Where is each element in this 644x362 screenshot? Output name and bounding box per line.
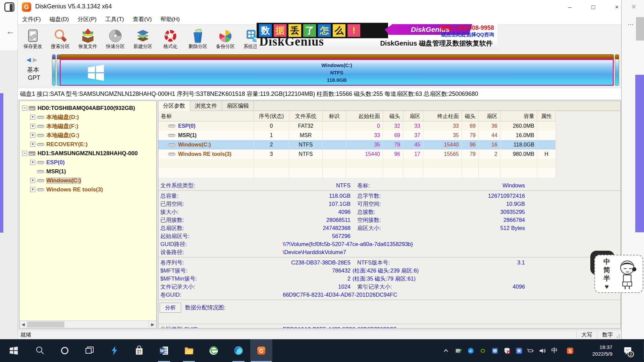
ime-status-widget[interactable]: 中简半♥ — [594, 255, 643, 293]
tree-item-6[interactable]: +ESP(0) — [19, 158, 156, 167]
table-row-1[interactable]: MSR(1)1MSR33693735794416.0MB — [158, 131, 556, 140]
prev-disk-icon[interactable]: ◀ — [26, 57, 31, 63]
tree-expander-icon[interactable]: + — [30, 178, 35, 183]
tray-volume-icon[interactable] — [537, 339, 548, 362]
taskbar-task-view-icon[interactable] — [78, 339, 101, 362]
taskbar-ie-icon[interactable] — [203, 339, 225, 362]
cell: 15440 — [346, 149, 383, 159]
scroll-right-icon[interactable]: ▶ — [149, 321, 156, 328]
scroll-left-icon[interactable]: ◀ — [19, 321, 27, 328]
column-header-0[interactable]: 卷标 — [158, 111, 254, 121]
tray-bird-icon[interactable] — [465, 339, 476, 362]
column-header-6[interactable]: 扇区 — [403, 111, 423, 121]
table-row-2[interactable]: Windows(C:)2NTFS357945154409616118.0GB — [158, 140, 556, 149]
taskbar-edge-icon[interactable] — [227, 339, 250, 362]
partition-block-re-tools[interactable] — [615, 54, 619, 86]
table-row-0[interactable]: ESP(0)0FAT3203233336936260.0MB — [158, 121, 556, 131]
minimize-button[interactable]: – — [562, 0, 578, 14]
resize-grip[interactable] — [616, 334, 620, 338]
column-header-5[interactable]: 磁头 — [383, 111, 403, 121]
tree-item-3[interactable]: +本地磁盘(G:) — [19, 131, 156, 140]
tree-expander-icon[interactable]: + — [30, 124, 35, 129]
toolbar-button-search-partition[interactable]: 搜索分区 — [47, 24, 74, 53]
column-header-7[interactable]: 终止柱面 — [423, 111, 462, 121]
banner-qq-link[interactable]: 或点击此处选择QQ咨询 — [441, 32, 494, 38]
taskbar-store-icon[interactable] — [128, 339, 150, 362]
table-row-3[interactable]: Windows RE tools(3)3NTFS1544096171556579… — [158, 149, 556, 159]
tray-sogou-icon[interactable]: S — [564, 339, 576, 362]
tab-1[interactable]: 浏览文件 — [190, 101, 222, 111]
toolbar-button-recover-files[interactable]: 恢复文件 — [74, 24, 102, 53]
menu-item-0[interactable]: 文件(F) — [18, 15, 45, 23]
column-header-11[interactable]: 属性 — [537, 111, 556, 121]
column-header-10[interactable]: 容量 — [500, 111, 537, 121]
tree-item-1[interactable]: +本地磁盘(D:) — [19, 113, 156, 122]
tray-app-check-icon[interactable] — [453, 339, 464, 362]
tree-item-8[interactable]: +Windows(C:) — [19, 176, 156, 185]
tree-horizontal-scrollbar[interactable]: ◀ ▶ — [19, 320, 156, 328]
tree-item-5[interactable]: −HD1:SAMSUNGMZNLN128HAHQ-000 — [19, 149, 156, 158]
menu-item-3[interactable]: 工具(T) — [101, 15, 128, 23]
tree-expander-icon[interactable]: + — [30, 160, 35, 165]
taskbar-diskgenius-icon[interactable]: G — [250, 339, 272, 362]
toolbar-button-save-changes[interactable]: 保存更改 — [19, 24, 47, 53]
column-header-2[interactable]: 文件系统 — [289, 111, 323, 121]
tray-security-icon[interactable] — [501, 339, 513, 362]
cell: 15440 — [423, 140, 462, 149]
tree-item-9[interactable]: +Windows RE tools(3) — [19, 185, 156, 194]
column-header-8[interactable]: 磁头 — [462, 111, 479, 121]
toolbar-button-new-partition[interactable]: 新建分区 — [129, 24, 157, 53]
tree-expander-icon[interactable]: + — [30, 133, 35, 138]
analyze-button[interactable]: 分析 — [160, 303, 181, 313]
column-header-1[interactable]: 序号(状态) — [254, 111, 289, 121]
back-arrow-icon[interactable]: ← — [6, 26, 15, 37]
tree-expander-icon[interactable]: + — [30, 142, 35, 147]
toolbar-button-backup-partition[interactable]: 备份分区 — [212, 24, 239, 53]
menu-item-4[interactable]: 查看(V) — [128, 15, 156, 23]
maximize-button[interactable]: □ — [585, 0, 601, 14]
tree-expander-icon[interactable]: + — [30, 187, 35, 192]
partition-block-windows-c[interactable]: Windows(C:) NTFS 118.0GB — [60, 54, 614, 86]
tree-item-4[interactable]: +RECOVERY(E:) — [19, 140, 156, 149]
notification-center-button[interactable]: 2 — [620, 339, 635, 362]
tray-nvidia-icon[interactable] — [477, 339, 488, 362]
tree-item-0[interactable]: −HD0:TOSHIBAMQ04ABF100(932GB) — [19, 104, 156, 113]
column-header-9[interactable]: 扇区 — [479, 111, 500, 121]
tree-expander-icon[interactable]: − — [22, 151, 27, 156]
toolbar-button-delete-partition[interactable]: 删除分区 — [184, 24, 212, 53]
close-button[interactable]: × — [609, 0, 625, 14]
menu-item-1[interactable]: 磁盘(D) — [45, 15, 73, 23]
column-header-4[interactable]: 起始柱面 — [346, 111, 383, 121]
tree-expander-icon[interactable]: + — [30, 115, 35, 120]
next-disk-icon[interactable]: ▶ — [33, 57, 37, 63]
tray-chevron-icon[interactable] — [440, 339, 451, 362]
taskbar-word-icon[interactable]: W — [153, 339, 175, 362]
tray-ime-icon[interactable]: 中 — [549, 339, 560, 362]
background-more-icon: ⋯ — [628, 21, 634, 28]
taskbar-flash-icon[interactable] — [103, 339, 125, 362]
tray-snowflake-icon[interactable] — [513, 339, 525, 362]
scrollbar-thumb[interactable] — [28, 321, 64, 327]
taskbar-cortana-icon[interactable] — [54, 339, 76, 362]
tree-item-2[interactable]: +本地磁盘(F:) — [19, 122, 156, 131]
partition-block-esp[interactable] — [52, 54, 56, 86]
tray-intel-icon[interactable] — [489, 339, 500, 362]
column-header-3[interactable]: 标识 — [323, 111, 346, 121]
toolbar-button-format[interactable]: 格式化 — [157, 24, 184, 53]
taskbar-taskbar-search-icon[interactable] — [29, 339, 51, 362]
cell — [323, 149, 346, 159]
taskbar-clock[interactable]: 18:37 2022/5/9 — [583, 339, 612, 362]
menu-item-5[interactable]: 帮助(H) — [156, 15, 184, 23]
tree-item-7[interactable]: MSR(1) — [19, 167, 156, 176]
taskbar-explorer-icon[interactable] — [178, 339, 200, 362]
banner-ad[interactable]: 数据丢了怎么! DiskGenius DiskGenius 致电: 400-00… — [257, 23, 497, 50]
tab-2[interactable]: 扇区编辑 — [222, 101, 254, 111]
tray-power-icon[interactable] — [525, 339, 536, 362]
cell: 69 — [383, 131, 403, 140]
disk-nav-arrows[interactable]: ◀▶ — [26, 56, 37, 63]
menu-item-2[interactable]: 分区(P) — [73, 15, 101, 23]
toolbar-button-quick-partition[interactable]: 快速分区 — [102, 24, 129, 53]
tree-expander-icon[interactable]: − — [22, 106, 27, 111]
tab-0[interactable]: 分区参数 — [158, 101, 190, 111]
taskbar-start-icon[interactable] — [3, 339, 25, 362]
